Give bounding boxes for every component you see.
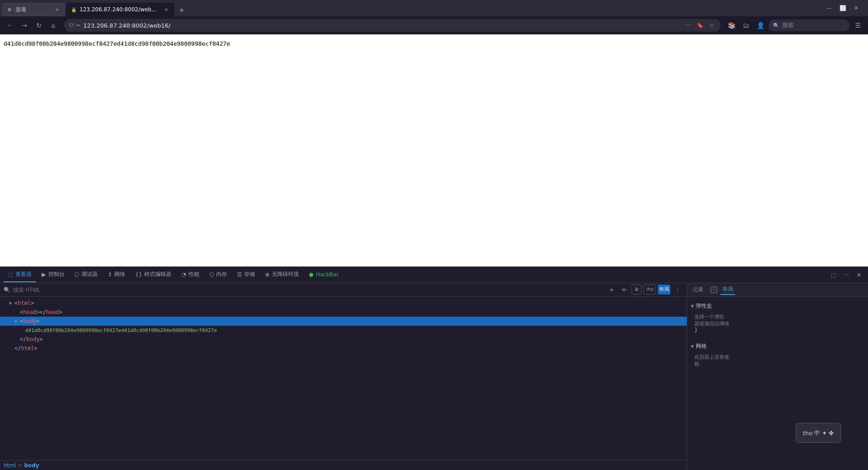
minimize-button[interactable]: —: [823, 2, 835, 14]
performance-icon: ◔: [181, 271, 186, 278]
back-button[interactable]: ←: [4, 19, 16, 32]
dev-icon: ✏: [76, 23, 80, 28]
account-button[interactable]: 👤: [754, 19, 767, 32]
translation-text: tho: [803, 430, 812, 437]
devtools-body: 🔍 + ✏ ⊞ :ho 布局 ⋮: [0, 283, 868, 470]
tree-toggle-html[interactable]: [9, 301, 14, 306]
right-panel-tabs: 元素 ⊙ 布局: [687, 283, 868, 297]
address-text[interactable]: 123.206.87.240:8002/web16/: [83, 22, 681, 29]
add-node-button[interactable]: +: [606, 285, 617, 295]
tab-favicon-options: ⚙: [6, 6, 13, 13]
devtools-panel-more-button[interactable]: ⋮: [672, 285, 683, 295]
tree-close-html[interactable]: </html>: [0, 344, 687, 353]
accessibility-icon: ⊕: [265, 271, 269, 278]
html-search-icon: 🔍: [4, 287, 10, 293]
responsive-button[interactable]: ⬚: [828, 270, 839, 280]
console-icon: ▶: [42, 271, 46, 278]
tree-head[interactable]: <head></head>: [0, 308, 687, 317]
tree-text-node[interactable]: d41d8cd98f00b204e9800998ecf8427ed41d8cd9…: [0, 326, 687, 335]
dt-tab-debugger[interactable]: ⬡ 调试器: [70, 268, 102, 282]
address-bar[interactable]: 🛡 ✏ 123.206.87.240:8002/web16/ ··· 🔖 ☆: [64, 19, 721, 32]
tree-body[interactable]: <body>: [0, 317, 687, 326]
flexbox-title[interactable]: 弹性盒: [691, 300, 864, 312]
flexbox-body: 选择一个弹性 器或项目以继续 }: [691, 312, 864, 335]
closing-brace: }: [694, 327, 861, 333]
flexbox-section: 弹性盒 选择一个弹性 器或项目以继续 }: [691, 300, 864, 335]
search-placeholder: 搜索: [782, 21, 794, 29]
rp-tab-element[interactable]: 元素: [691, 285, 705, 294]
translation-btn1[interactable]: 中: [814, 429, 820, 437]
breadcrumb-body[interactable]: body: [24, 462, 39, 469]
breadcrumb-sep: >: [18, 462, 22, 469]
dt-tab-network-label: 网络: [114, 271, 125, 278]
right-panels: 元素 ⊙ 布局 弹性盒 选择一个弹性 器或项目以继续 }: [687, 283, 868, 470]
tab-options[interactable]: ⚙ 选项 ✕: [2, 3, 65, 16]
translation-btn2[interactable]: ✦: [822, 430, 827, 437]
tab-group: ⚙ 选项 ✕ 🔒 123.206.87.240:8002/web16/ ✕ +: [2, 0, 819, 16]
dt-tab-network[interactable]: ↕ 网络: [103, 268, 130, 282]
dt-tab-accessibility[interactable]: ⊕ 无障碍环境: [260, 268, 303, 282]
dt-tab-hackbar-label: HackBar: [316, 271, 339, 278]
dt-tab-storage-label: 存储: [244, 271, 255, 278]
dt-tab-console[interactable]: ▶ 控制台: [37, 268, 69, 282]
translation-popup: tho 中 ✦ ✤: [796, 423, 841, 443]
toolbar-right: 📚 🗂 👤 🔍 搜索 ☰: [725, 19, 864, 32]
html-search-input[interactable]: [13, 287, 604, 293]
right-panel-content: 弹性盒 选择一个弹性 器或项目以继续 } 网格 此页面上没有使 格。: [687, 297, 868, 470]
dt-tab-hackbar[interactable]: ● HackBar: [304, 268, 343, 282]
home-button[interactable]: ⌂: [47, 19, 60, 32]
layout-button[interactable]: 布局: [658, 285, 670, 294]
translation-btn3[interactable]: ✤: [829, 430, 834, 437]
flexbox-hint: 选择一个弹性 器或项目以继续: [694, 313, 861, 327]
tab-web16[interactable]: 🔒 123.206.87.240:8002/web16/ ✕: [66, 3, 175, 16]
address-actions: ··· 🔖 ☆: [684, 21, 716, 30]
tree-html[interactable]: <html>: [0, 299, 687, 308]
refresh-button[interactable]: ↻: [33, 19, 45, 32]
devtools-breadcrumb: html > body: [0, 460, 687, 470]
dt-tab-inspector[interactable]: ⬚ 查看器: [4, 268, 36, 282]
storage-icon: ☰: [237, 271, 242, 278]
tab-title-web16: 123.206.87.240:8002/web16/: [80, 6, 160, 13]
bookmark-icon[interactable]: ☆: [707, 21, 716, 30]
tree-toggle-body[interactable]: [14, 319, 20, 324]
html-search-actions: + ✏ ⊞ :ho 布局 ⋮: [606, 285, 683, 295]
forward-button[interactable]: →: [18, 19, 31, 32]
new-tab-button[interactable]: +: [175, 4, 188, 16]
dt-tab-styles[interactable]: {} 样式编辑器: [131, 268, 176, 282]
dt-tab-performance-label: 性能: [189, 271, 199, 278]
container-button[interactable]: 🗂: [740, 19, 752, 32]
more-options-icon[interactable]: ···: [684, 21, 693, 30]
dt-tab-storage[interactable]: ☰ 存储: [232, 268, 259, 282]
dt-tab-memory[interactable]: ⬡ 内存: [205, 268, 231, 282]
grid-hint: 此页面上没有使 格。: [694, 354, 861, 367]
tab-close-web16[interactable]: ✕: [163, 6, 170, 13]
page-content: d41d8cd98f00b204e9800998ecf8427ed41d8cd9…: [0, 34, 868, 266]
memory-icon: ⬡: [209, 271, 214, 278]
grid-title[interactable]: 网格: [691, 341, 864, 352]
grid-title-text: 网格: [696, 342, 707, 350]
html-panel: 🔍 + ✏ ⊞ :ho 布局 ⋮: [0, 283, 687, 470]
network-icon: ↕: [108, 271, 112, 278]
dt-tab-debugger-label: 调试器: [81, 271, 98, 278]
pocket-icon[interactable]: 🔖: [695, 21, 704, 30]
filter-ho-button[interactable]: :ho: [643, 285, 656, 294]
tree-close-body[interactable]: </body>: [0, 335, 687, 344]
breadcrumb-html[interactable]: html: [4, 462, 16, 469]
library-button[interactable]: 📚: [725, 19, 738, 32]
devtools-more-button[interactable]: ···: [841, 270, 852, 280]
devtools-close-button[interactable]: ✕: [854, 270, 864, 280]
rp-tab-layout[interactable]: 布局: [721, 285, 735, 295]
devtools-toolbar: ⬚ 查看器 ▶ 控制台 ⬡ 调试器 ↕ 网络 {} 样式编辑器 ◔ 性能: [0, 267, 868, 283]
close-button[interactable]: ✕: [850, 2, 863, 14]
tab-close-options[interactable]: ✕: [53, 6, 61, 13]
hash-text: d41d8cd98f00b204e9800998ecf8427ed41d8cd9…: [4, 40, 230, 47]
window-controls: — ⬜ ✕: [819, 2, 866, 14]
element-badge[interactable]: ⊙: [711, 287, 717, 293]
filter-button[interactable]: ⊞: [632, 285, 642, 294]
html-search-bar: 🔍 + ✏ ⊞ :ho 布局 ⋮: [0, 283, 687, 297]
menu-button[interactable]: ☰: [852, 19, 864, 32]
search-box[interactable]: 🔍 搜索: [769, 19, 850, 31]
pick-element-button[interactable]: ✏: [619, 285, 630, 295]
dt-tab-performance[interactable]: ◔ 性能: [177, 268, 203, 282]
maximize-button[interactable]: ⬜: [836, 2, 849, 14]
